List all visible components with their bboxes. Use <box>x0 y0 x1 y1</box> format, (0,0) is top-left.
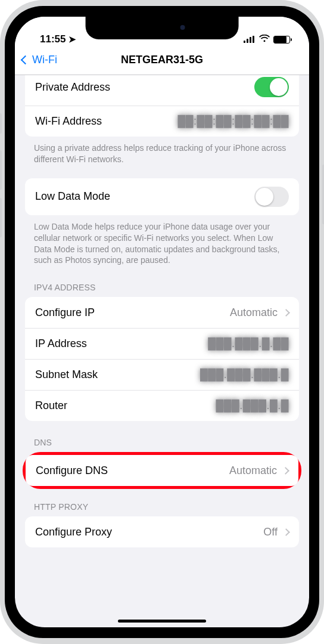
home-indicator[interactable] <box>118 620 206 623</box>
dns-header: DNS <box>15 421 309 452</box>
proxy-header: HTTP PROXY <box>15 489 309 516</box>
row-value: ███.███.█.██ <box>208 338 289 350</box>
row-label: Configure IP <box>35 306 230 319</box>
private-address-toggle[interactable] <box>254 77 289 97</box>
row-label: Private Address <box>35 81 254 94</box>
content[interactable]: Private Address Wi-Fi Address ██:██:██:█… <box>15 75 309 627</box>
configure-ip-row[interactable]: Configure IP Automatic <box>25 297 299 328</box>
row-label: Configure DNS <box>36 465 229 477</box>
row-label: IP Address <box>35 338 208 350</box>
private-address-footer: Using a private address helps reduce tra… <box>15 137 309 165</box>
wifi-icon <box>259 33 270 45</box>
screen: 11:55 ➤ Wi-Fi NETGEAR31-5G <box>15 17 309 627</box>
row-label: Low Data Mode <box>35 190 254 203</box>
configure-proxy-row[interactable]: Configure Proxy Off <box>25 516 299 547</box>
row-value: ███.███.█.█ <box>216 400 289 412</box>
private-address-row[interactable]: Private Address <box>25 75 299 106</box>
row-value: Automatic <box>229 465 277 477</box>
wifi-address-row: Wi-Fi Address ██:██:██:██:██:██ <box>25 106 299 137</box>
battery-icon <box>273 36 290 44</box>
cellular-signal-icon <box>244 36 256 43</box>
page-title: NETGEAR31-5G <box>121 54 203 66</box>
chevron-left-icon <box>21 55 30 65</box>
address-group: Private Address Wi-Fi Address ██:██:██:█… <box>25 75 299 137</box>
subnet-mask-row: Subnet Mask ███.███.███.█ <box>25 359 299 390</box>
row-value: Automatic <box>230 306 278 319</box>
low-data-mode-row[interactable]: Low Data Mode <box>25 178 299 215</box>
row-value: ███.███.███.█ <box>200 369 289 381</box>
chevron-right-icon <box>282 467 289 475</box>
router-row: Router ███.███.█.█ <box>25 390 299 421</box>
back-button[interactable]: Wi-Fi <box>22 54 57 66</box>
ipv4-header: IPV4 ADDRESS <box>15 266 309 297</box>
row-label: Router <box>35 400 216 412</box>
wifi-address-value: ██:██:██:██:██:██ <box>177 115 289 128</box>
dns-group: Configure DNS Automatic <box>26 455 298 486</box>
row-label: Configure Proxy <box>35 526 263 538</box>
notch <box>86 17 239 39</box>
chevron-right-icon <box>282 309 290 317</box>
back-label: Wi-Fi <box>32 54 57 66</box>
configure-dns-row[interactable]: Configure DNS Automatic <box>26 455 298 486</box>
low-data-group: Low Data Mode <box>25 178 299 215</box>
chevron-right-icon <box>282 528 290 536</box>
navigation-bar: Wi-Fi NETGEAR31-5G <box>15 47 309 75</box>
status-time: 11:55 <box>40 33 66 45</box>
highlight-configure-dns: Configure DNS Automatic <box>23 452 301 489</box>
ip-address-row: IP Address ███.███.█.██ <box>25 328 299 359</box>
ipv4-group: Configure IP Automatic IP Address ███.██… <box>25 297 299 421</box>
phone-mockup: 11:55 ➤ Wi-Fi NETGEAR31-5G <box>0 0 324 644</box>
low-data-footer: Low Data Mode helps reduce your iPhone d… <box>15 215 309 267</box>
low-data-mode-toggle[interactable] <box>254 187 289 207</box>
row-value: Off <box>263 526 278 538</box>
row-label: Subnet Mask <box>35 369 200 381</box>
proxy-group: Configure Proxy Off <box>25 516 299 547</box>
location-icon: ➤ <box>68 34 76 45</box>
row-label: Wi-Fi Address <box>35 115 177 128</box>
